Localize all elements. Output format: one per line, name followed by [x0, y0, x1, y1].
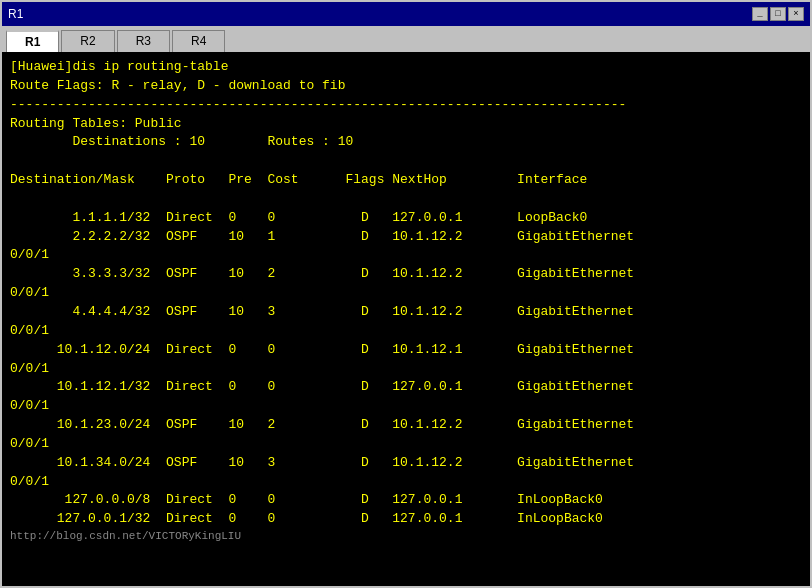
terminal-output: [Huawei]dis ip routing-table Route Flags…: [2, 52, 810, 586]
terminal-line-4: Destinations : 10 Routes : 10: [10, 133, 802, 152]
tab-r3[interactable]: R3: [117, 30, 170, 52]
terminal-line-14b: 0/0/1: [10, 435, 802, 454]
terminal-line-13b: 0/0/1: [10, 397, 802, 416]
terminal-line-7: [10, 190, 802, 209]
tabs-bar: R1 R2 R3 R4: [2, 26, 810, 52]
title-bar: R1 _ □ ×: [2, 2, 810, 26]
terminal-line-0: [Huawei]dis ip routing-table: [10, 58, 802, 77]
terminal-line-16: 127.0.0.0/8 Direct 0 0 D 127.0.0.1 InLoo…: [10, 491, 802, 510]
title-controls: _ □ ×: [752, 7, 804, 21]
tab-r1[interactable]: R1: [6, 30, 59, 52]
terminal-line-12: 10.1.12.0/24 Direct 0 0 D 10.1.12.1 Giga…: [10, 341, 802, 360]
terminal-line-10: 3.3.3.3/32 OSPF 10 2 D 10.1.12.2 Gigabit…: [10, 265, 802, 284]
terminal-line-11: 4.4.4.4/32 OSPF 10 3 D 10.1.12.2 Gigabit…: [10, 303, 802, 322]
terminal-line-9: 2.2.2.2/32 OSPF 10 1 D 10.1.12.2 Gigabit…: [10, 228, 802, 247]
watermark: http://blog.csdn.net/VICTORyKingLIU: [10, 529, 802, 545]
terminal-line-15b: 0/0/1: [10, 473, 802, 492]
terminal-line-1: Route Flags: R - relay, D - download to …: [10, 77, 802, 96]
close-button[interactable]: ×: [788, 7, 804, 21]
tab-r2[interactable]: R2: [61, 30, 114, 52]
terminal-line-3: Routing Tables: Public: [10, 115, 802, 134]
terminal-line-5: [10, 152, 802, 171]
terminal-line-13: 10.1.12.1/32 Direct 0 0 D 127.0.0.1 Giga…: [10, 378, 802, 397]
terminal-line-17: 127.0.0.1/32 Direct 0 0 D 127.0.0.1 InLo…: [10, 510, 802, 529]
terminal-line-6: Destination/Mask Proto Pre Cost Flags Ne…: [10, 171, 802, 190]
terminal-line-12b: 0/0/1: [10, 360, 802, 379]
terminal-line-2: ----------------------------------------…: [10, 96, 802, 115]
window-title: R1: [8, 7, 23, 21]
tab-r4[interactable]: R4: [172, 30, 225, 52]
title-bar-left: R1: [8, 7, 23, 21]
terminal-line-15: 10.1.34.0/24 OSPF 10 3 D 10.1.12.2 Gigab…: [10, 454, 802, 473]
terminal-line-8: 1.1.1.1/32 Direct 0 0 D 127.0.0.1 LoopBa…: [10, 209, 802, 228]
main-window: R1 _ □ × R1 R2 R3 R4 [Huawei]dis ip rout…: [0, 0, 812, 588]
minimize-button[interactable]: _: [752, 7, 768, 21]
terminal-line-9b: 0/0/1: [10, 246, 802, 265]
terminal-line-14: 10.1.23.0/24 OSPF 10 2 D 10.1.12.2 Gigab…: [10, 416, 802, 435]
terminal-line-11b: 0/0/1: [10, 322, 802, 341]
maximize-button[interactable]: □: [770, 7, 786, 21]
terminal-line-10b: 0/0/1: [10, 284, 802, 303]
